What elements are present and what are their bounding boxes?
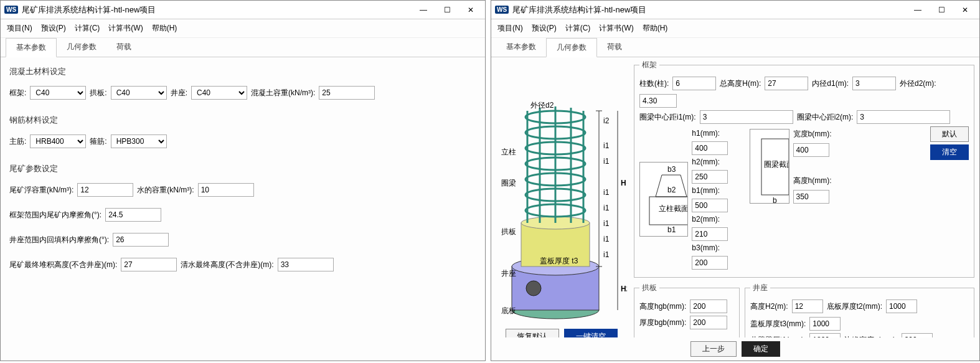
tab-load[interactable]: 荷载 <box>597 38 632 57</box>
label-stirrup: 箍筋: <box>90 136 106 147</box>
svg-text:b2: b2 <box>667 186 676 194</box>
svg-text:拱板: 拱板 <box>501 227 516 236</box>
menubar: 项目(N) 预设(P) 计算(C) 计算书(W) 帮助(H) <box>491 19 979 38</box>
input-d1[interactable] <box>852 77 896 90</box>
label-b1mm: b1(mm): <box>692 186 720 195</box>
tab-basic[interactable]: 基本参数 <box>496 38 546 57</box>
confirm-button[interactable]: 确定 <box>742 341 780 357</box>
select-frame-concrete[interactable]: C40 <box>30 86 86 100</box>
label-h1mm: h1(mm): <box>692 129 720 138</box>
label-arch-h: 高度hgb(mm): <box>639 301 686 312</box>
label-arch-t: 厚度bgb(mm): <box>639 318 686 328</box>
svg-text:圈梁: 圈梁 <box>501 179 516 187</box>
select-arch-concrete[interactable]: C40 <box>111 86 167 100</box>
menu-help[interactable]: 帮助(H) <box>643 23 668 34</box>
label-water-height: 清水最终高度(不含井座)(m): <box>181 260 273 270</box>
tab-basic[interactable]: 基本参数 <box>6 38 57 57</box>
input-height-h[interactable] <box>793 190 829 204</box>
window-basic-params: WS 尾矿库排洪系统结构计算-htl-new项目 — ☐ ✕ 项目(N) 预设(… <box>0 0 486 361</box>
input-wall-t1[interactable] <box>809 333 841 337</box>
input-seat-h2[interactable] <box>792 299 823 313</box>
input-width-b[interactable] <box>793 143 829 157</box>
input-seat-friction[interactable] <box>113 233 169 247</box>
close-button[interactable]: ✕ <box>460 3 481 17</box>
maximize-button[interactable]: ☐ <box>436 3 458 17</box>
svg-text:i1: i1 <box>603 188 610 197</box>
app-logo: WS <box>495 6 509 14</box>
label-base-t2: 底板厚度t2(mm): <box>827 301 882 312</box>
window-geometry-params: WS 尾矿库排洪系统结构计算-htl-new项目 — ☐ ✕ 项目(N) 预设(… <box>491 0 980 361</box>
label-total-h: 总高度H(m): <box>720 78 761 89</box>
menu-project[interactable]: 项目(N) <box>7 23 32 34</box>
input-i1[interactable] <box>700 110 793 124</box>
menu-calc[interactable]: 计算(C) <box>565 23 591 34</box>
geometry-content: i2 i1 i1 i1 i1 i1 i1 i1 H H2 立柱 圈梁 拱板 井座… <box>491 57 979 337</box>
input-arch-t[interactable] <box>690 316 727 329</box>
input-h1mm[interactable] <box>692 141 728 155</box>
maximize-button[interactable]: ☐ <box>931 3 952 17</box>
svg-text:b1: b1 <box>667 225 676 234</box>
menu-report[interactable]: 计算书(W) <box>108 23 143 34</box>
structure-diagram-panel: i2 i1 i1 i1 i1 i1 i1 i1 H H2 立柱 圈梁 拱板 井座… <box>491 57 631 337</box>
svg-text:i1: i1 <box>603 250 610 259</box>
svg-text:i1: i1 <box>603 157 610 166</box>
menu-help[interactable]: 帮助(H) <box>152 23 177 34</box>
label-h2mm: h2(mm): <box>692 158 720 166</box>
prev-step-button[interactable]: 上一步 <box>690 341 737 357</box>
label-height-h: 高度h(mm): <box>793 176 832 186</box>
menu-preset[interactable]: 预设(P) <box>532 23 557 34</box>
menu-report[interactable]: 计算书(W) <box>599 23 633 34</box>
frame-clear-button[interactable]: 清空 <box>930 144 969 160</box>
menu-calc[interactable]: 计算(C) <box>75 23 100 34</box>
input-arch-h[interactable] <box>690 299 727 313</box>
input-water-density[interactable] <box>198 183 254 197</box>
structure-diagram: i2 i1 i1 i1 i1 i1 i1 i1 H H2 立柱 圈梁 拱板 井座… <box>495 61 628 323</box>
input-base-t2[interactable] <box>886 299 917 313</box>
svg-text:外径d2: 外径d2 <box>530 101 554 110</box>
input-b1mm[interactable] <box>692 199 728 212</box>
frame-legend: 框架 <box>639 60 659 70</box>
input-float-density[interactable] <box>77 183 133 197</box>
svg-text:i1: i1 <box>603 204 610 212</box>
clear-all-button[interactable]: 一键清空 <box>564 329 618 337</box>
label-b3mm: b3(mm): <box>692 243 720 252</box>
input-b2mm[interactable] <box>692 227 728 241</box>
tab-geometry[interactable]: 几何参数 <box>546 38 597 57</box>
menu-project[interactable]: 项目(N) <box>497 23 523 34</box>
input-concrete-density[interactable] <box>319 86 375 100</box>
minimize-button[interactable]: — <box>413 3 434 17</box>
select-seat-concrete[interactable]: C40 <box>191 86 247 100</box>
basic-content: 混凝土材料设定 框架: C40 拱板: C40 井座: C40 混凝土容重(kN… <box>1 57 485 361</box>
titlebar: WS 尾矿库排洪系统结构计算-htl-new项目 — ☐ ✕ <box>491 1 979 19</box>
input-b3mm[interactable] <box>692 256 728 270</box>
input-total-h[interactable] <box>765 77 808 90</box>
input-col-count[interactable] <box>672 77 716 90</box>
input-final-height[interactable] <box>121 258 177 271</box>
svg-text:i1: i1 <box>603 235 610 243</box>
label-final-height: 尾矿最终堆积高度(不含井座)(m): <box>9 260 117 270</box>
input-i2[interactable] <box>857 110 950 124</box>
minimize-button[interactable]: — <box>907 3 928 17</box>
svg-text:b3: b3 <box>667 165 676 174</box>
input-water-height[interactable] <box>278 258 334 271</box>
input-cover-t3[interactable] <box>809 317 841 331</box>
titlebar: WS 尾矿库排洪系统结构计算-htl-new项目 — ☐ ✕ <box>1 1 485 19</box>
select-mainbar[interactable]: HRB400 <box>30 134 86 148</box>
input-edge-c[interactable] <box>902 333 933 337</box>
input-h2mm[interactable] <box>692 170 728 184</box>
footer: 上一步 确定 <box>491 337 979 361</box>
tab-load[interactable]: 荷载 <box>106 38 141 57</box>
label-d1: 内径d1(m): <box>812 78 849 89</box>
arch-diagram: h b 拱板 <box>639 332 733 337</box>
tab-geometry[interactable]: 几何参数 <box>57 38 106 57</box>
input-frame-friction[interactable] <box>105 208 161 222</box>
select-stirrup[interactable]: HPB300 <box>111 134 167 148</box>
close-button[interactable]: ✕ <box>954 3 976 17</box>
menu-preset[interactable]: 预设(P) <box>41 23 66 34</box>
geometry-form-panel: 框架 柱数(柱): 总高度H(m): 内径d1(m): 外径d2(m): 圈梁中… <box>631 57 979 337</box>
frame-default-button[interactable]: 默认 <box>930 126 969 142</box>
restore-defaults-button[interactable]: 恢复默认 <box>506 329 559 337</box>
window-controls: — ☐ ✕ <box>907 3 976 17</box>
input-d2[interactable] <box>639 94 677 108</box>
label-seat-friction: 井座范围内回填料内摩擦角(°): <box>9 235 109 245</box>
